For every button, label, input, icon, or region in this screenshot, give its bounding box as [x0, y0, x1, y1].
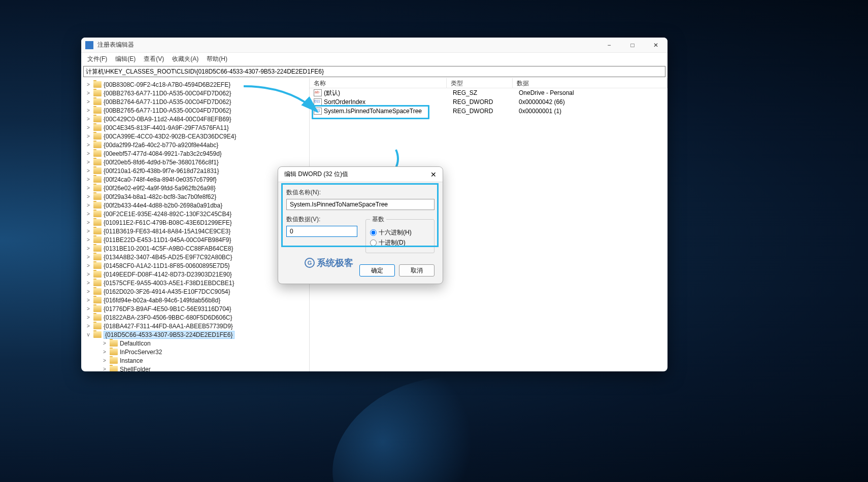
expander-icon[interactable]: >: [85, 82, 91, 87]
col-data[interactable]: 数据: [513, 78, 667, 88]
tree-item[interactable]: >DefaultIcon: [81, 339, 309, 348]
expander-icon[interactable]: >: [102, 366, 108, 371]
expander-icon[interactable]: >: [85, 142, 91, 148]
tree-label: {00da2f99-f2a6-40c2-b770-a920f8e44abc}: [104, 142, 218, 149]
expander-icon[interactable]: >: [85, 177, 91, 182]
tree-item[interactable]: >{016fd94e-b02a-4ab8-94c6-149fdab56b8d}: [81, 296, 309, 304]
titlebar: 注册表编辑器 − □ ✕: [81, 38, 667, 53]
expander-icon[interactable]: >: [85, 280, 91, 286]
tree-item[interactable]: >{00BB2765-6A77-11D0-A535-00C04FD7D062}: [81, 106, 309, 115]
tree-item[interactable]: >{0149EEDF-D08F-4142-8D73-D23903D21E90}: [81, 270, 309, 279]
tree-item[interactable]: >{010911E2-F61C-479B-B08C-43E6D1299EFE}: [81, 218, 309, 227]
expander-icon[interactable]: >: [85, 168, 91, 174]
expander-icon[interactable]: >: [85, 116, 91, 122]
expander-icon[interactable]: >: [85, 263, 91, 268]
expander-icon[interactable]: >: [85, 99, 91, 105]
expander-icon[interactable]: >: [85, 194, 91, 199]
close-button[interactable]: ✕: [644, 38, 667, 53]
folder-icon: [93, 176, 102, 183]
tree-item[interactable]: >{018BA427-F311-44FD-8AA1-ABEEB57739D9}: [81, 322, 309, 330]
expander-icon[interactable]: >: [85, 211, 91, 217]
tree-item[interactable]: >ShellFolder: [81, 365, 309, 371]
tree-item[interactable]: >{0162D020-3F26-4914-A435-E10F7DCC9054}: [81, 287, 309, 296]
expander-icon[interactable]: >: [85, 237, 91, 243]
expander-icon[interactable]: >: [85, 202, 91, 208]
menu-view[interactable]: 查看(V): [140, 54, 168, 64]
tree-item[interactable]: >{00f29a34-b8a1-482c-bcf8-3ac7b0fe8f62}: [81, 192, 309, 201]
tree-label: {0134A8B2-3407-4B45-AD25-E9F7C92A80BC}: [104, 254, 232, 261]
tree-item[interactable]: >{00C4E345-813F-4401-9A9F-29F7A576FA11}: [81, 123, 309, 132]
expander-icon[interactable]: >: [85, 297, 91, 303]
tree-item[interactable]: >{00F2CE1E-935E-4248-892C-130F32C45CB4}: [81, 210, 309, 218]
maximize-button[interactable]: □: [621, 38, 644, 53]
tree-item[interactable]: >{01822ABA-23F0-4506-9BBC-680F5D6D606C}: [81, 313, 309, 322]
expander-icon[interactable]: >: [85, 306, 91, 312]
tree-label: {00f29a34-b8a1-482c-bcf8-3ac7b0fe8f62}: [104, 193, 216, 200]
tree-item[interactable]: >{00C429C0-0BA9-11d2-A484-00C04F8EFB69}: [81, 115, 309, 123]
expander-icon[interactable]: >: [102, 349, 108, 355]
tree-label: {0131BE10-2001-4C5F-A9B0-CC88FAB64CE8}: [104, 245, 233, 252]
minimize-button[interactable]: −: [597, 38, 621, 53]
expander-icon[interactable]: >: [85, 271, 91, 277]
tree-item[interactable]: >{00f20eb5-8fd6-4d9d-b75e-36801766c8f1}: [81, 158, 309, 166]
tree-item[interactable]: >{00da2f99-f2a6-40c2-b770-a920f8e44abc}: [81, 141, 309, 149]
expander-icon[interactable]: v: [85, 332, 91, 337]
tree-item[interactable]: >{01575CFE-9A55-4003-A5E1-F38D1EBDCBE1}: [81, 279, 309, 287]
tree-item[interactable]: >{011B3619-FE63-4814-8A84-15A194CE9CE3}: [81, 227, 309, 235]
dec-radio[interactable]: [370, 239, 377, 246]
menu-help[interactable]: 帮助(H): [203, 54, 231, 64]
value-name-input[interactable]: [286, 199, 435, 210]
col-type[interactable]: 类型: [447, 78, 513, 88]
expander-icon[interactable]: >: [85, 323, 91, 329]
tree-item[interactable]: >{00BB2764-6A77-11D0-A535-00C04FD7D062}: [81, 97, 309, 106]
hex-radio[interactable]: [370, 229, 377, 236]
cancel-button[interactable]: 取消: [399, 264, 435, 277]
folder-icon: [93, 81, 102, 88]
tree-pane[interactable]: >{00B8308C-09F2-4c18-A7B0-4594D6B22EFE}>…: [81, 78, 310, 371]
value-row[interactable]: SortOrderIndexREG_DWORD0x00000042 (66): [310, 97, 667, 107]
tree-item[interactable]: >{00CA399E-4CC0-43D2-902B-CEA3D36DC9E4}: [81, 132, 309, 141]
tree-item[interactable]: >{00B8308C-09F2-4c18-A7B0-4594D6B22EFE}: [81, 80, 309, 89]
menu-file[interactable]: 文件(F): [83, 54, 111, 64]
col-name[interactable]: 名称: [310, 78, 447, 88]
tree-item[interactable]: >InProcServer32: [81, 348, 309, 356]
expander-icon[interactable]: >: [102, 358, 108, 363]
tree-item[interactable]: >{00eebf57-477d-4084-9921-7ab3c2c9459d}: [81, 149, 309, 158]
expander-icon[interactable]: >: [85, 90, 91, 96]
tree-item[interactable]: >{01458CF0-A1A2-11D1-8F85-00600895E7D5}: [81, 261, 309, 270]
value-data-input[interactable]: [286, 226, 357, 237]
tree-item[interactable]: >{00BB2763-6A77-11D0-A535-00C04FD7D062}: [81, 89, 309, 97]
tree-item[interactable]: >Instance: [81, 356, 309, 365]
menu-favorites[interactable]: 收藏夹(A): [168, 54, 203, 64]
tree-item[interactable]: >{0131BE10-2001-4C5F-A9B0-CC88FAB64CE8}: [81, 244, 309, 253]
expander-icon[interactable]: >: [85, 125, 91, 130]
expander-icon[interactable]: >: [85, 220, 91, 225]
expander-icon[interactable]: >: [85, 133, 91, 139]
tree-label: {00f2b433-44e4-4d88-b2b0-2698a0a91dba}: [104, 202, 222, 209]
expander-icon[interactable]: >: [85, 108, 91, 113]
value-row[interactable]: System.IsPinnedToNameSpaceTreeREG_DWORD0…: [310, 107, 667, 116]
tree-item[interactable]: >{01776DF3-B9AF-4E50-9B1C-56E93116D704}: [81, 304, 309, 313]
value-row[interactable]: (默认)REG_SZOneDrive - Personal: [310, 88, 667, 97]
tree-item[interactable]: >{00f2b433-44e4-4d88-b2b0-2698a0a91dba}: [81, 201, 309, 210]
tree-item[interactable]: >{00f26e02-e9f2-4a9f-9fdd-5a962fb26a98}: [81, 184, 309, 192]
menu-edit[interactable]: 编辑(E): [111, 54, 140, 64]
expander-icon[interactable]: >: [85, 185, 91, 191]
address-bar[interactable]: 计算机\HKEY_CLASSES_ROOT\CLSID\{018D5C66-45…: [83, 66, 665, 77]
expander-icon[interactable]: >: [85, 246, 91, 251]
expander-icon[interactable]: >: [85, 228, 91, 234]
tree-item[interactable]: v{018D5C66-4533-4307-9B53-224DE2ED1FE6}: [81, 330, 309, 339]
value-type: REG_DWORD: [453, 108, 519, 115]
dialog-close-button[interactable]: ✕: [430, 170, 437, 179]
expander-icon[interactable]: >: [85, 289, 91, 294]
tree-item[interactable]: >{011BE22D-E453-11D1-945A-00C04FB984F9}: [81, 235, 309, 244]
expander-icon[interactable]: >: [102, 340, 108, 346]
expander-icon[interactable]: >: [85, 159, 91, 165]
expander-icon[interactable]: >: [85, 151, 91, 156]
tree-item[interactable]: >{0134A8B2-3407-4B45-AD25-E9F7C92A80BC}: [81, 253, 309, 261]
tree-item[interactable]: >{00f24ca0-748f-4e8a-894f-0e0357c6799f}: [81, 175, 309, 184]
expander-icon[interactable]: >: [85, 254, 91, 260]
ok-button[interactable]: 确定: [359, 264, 395, 277]
expander-icon[interactable]: >: [85, 315, 91, 320]
tree-item[interactable]: >{00f210a1-62f0-438b-9f7e-9618d72a1831}: [81, 166, 309, 175]
